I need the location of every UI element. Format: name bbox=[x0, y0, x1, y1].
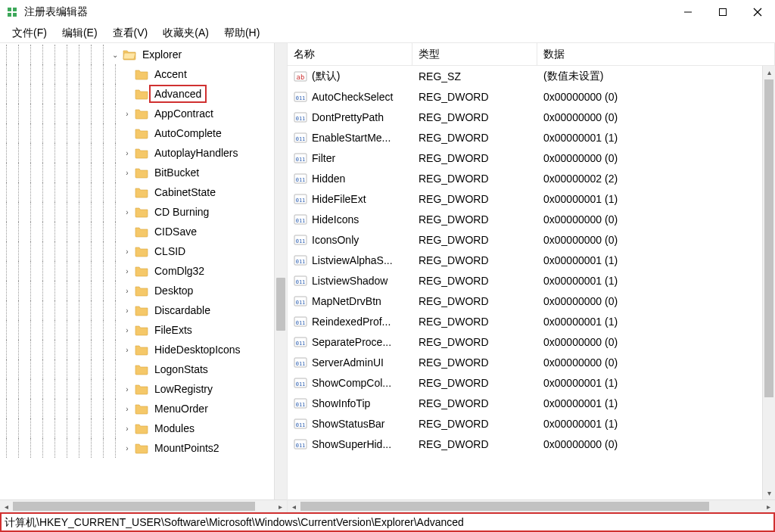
tree-item[interactable]: ›BitBucket bbox=[0, 163, 287, 182]
chevron-right-icon[interactable]: › bbox=[121, 304, 133, 316]
value-data: 0x00000000 (0) bbox=[537, 234, 762, 246]
scrollbar-thumb[interactable] bbox=[300, 502, 709, 511]
tree-item[interactable]: ›FileExts bbox=[0, 320, 287, 340]
scroll-right-icon[interactable]: ▸ bbox=[274, 500, 287, 513]
tree-vertical-scrollbar[interactable] bbox=[274, 43, 287, 499]
value-type: REG_DWORD bbox=[412, 111, 537, 123]
tree-item-label: AppContract bbox=[151, 107, 216, 120]
tree-item[interactable]: ›Discardable bbox=[0, 300, 287, 320]
chevron-right-icon[interactable]: › bbox=[121, 206, 133, 218]
column-header-data[interactable]: 数据 bbox=[537, 43, 775, 65]
list-row[interactable]: 011ReindexedProf...REG_DWORD0x00000001 (… bbox=[288, 311, 762, 331]
tree-item[interactable]: ›LowRegistry bbox=[0, 379, 287, 399]
chevron-right-icon[interactable]: › bbox=[121, 285, 133, 297]
tree-item[interactable]: ·Accent bbox=[0, 64, 287, 84]
scrollbar-thumb[interactable] bbox=[276, 278, 285, 331]
column-header-type[interactable]: 类型 bbox=[412, 43, 537, 65]
list-horizontal-scrollbar[interactable]: ◂ ▸ bbox=[288, 499, 775, 512]
binary-value-icon: 011 bbox=[294, 397, 307, 410]
binary-value-icon: 011 bbox=[294, 335, 307, 349]
list-view[interactable]: ab(默认)REG_SZ(数值未设置)011AutoCheckSelectREG… bbox=[288, 66, 775, 499]
close-button[interactable] bbox=[740, 0, 775, 24]
list-row[interactable]: 011SeparateProce...REG_DWORD0x00000000 (… bbox=[288, 331, 762, 352]
chevron-right-icon[interactable]: › bbox=[121, 403, 133, 415]
chevron-right-icon[interactable]: › bbox=[121, 442, 133, 454]
menu-edit[interactable]: 编辑(E) bbox=[56, 25, 104, 42]
tree-item[interactable]: ›Modules bbox=[0, 418, 287, 438]
list-row[interactable]: 011IconsOnlyREG_DWORD0x00000000 (0) bbox=[288, 229, 762, 250]
tree-item[interactable]: ›MountPoints2 bbox=[0, 438, 287, 458]
list-row[interactable]: 011AutoCheckSelectREG_DWORD0x00000000 (0… bbox=[288, 86, 762, 107]
chevron-right-icon[interactable]: › bbox=[121, 383, 133, 395]
folder-icon bbox=[135, 383, 148, 395]
scroll-up-icon[interactable]: ▴ bbox=[763, 66, 775, 79]
list-row[interactable]: 011ServerAdminUIREG_DWORD0x00000000 (0) bbox=[288, 352, 762, 372]
scrollbar-thumb[interactable] bbox=[764, 79, 773, 397]
list-row[interactable]: 011FilterREG_DWORD0x00000000 (0) bbox=[288, 148, 762, 168]
tree-view[interactable]: ⌄Explorer·Accent·Advanced›AppContract·Au… bbox=[0, 43, 287, 499]
list-row[interactable]: 011EnableStartMe...REG_DWORD0x00000001 (… bbox=[288, 127, 762, 148]
svg-text:011: 011 bbox=[296, 116, 306, 122]
value-data: 0x00000001 (1) bbox=[537, 254, 762, 266]
minimize-button[interactable] bbox=[671, 0, 705, 24]
value-name: ServerAdminUI bbox=[312, 356, 384, 369]
chevron-right-icon[interactable]: › bbox=[121, 107, 133, 120]
scroll-left-icon[interactable]: ◂ bbox=[0, 500, 13, 513]
tree-item[interactable]: ·LogonStats bbox=[0, 359, 287, 379]
column-header-name[interactable]: 名称 bbox=[288, 43, 412, 65]
list-vertical-scrollbar[interactable]: ▴ ▾ bbox=[762, 66, 775, 499]
chevron-right-icon[interactable]: › bbox=[121, 344, 133, 356]
tree-horizontal-scrollbar[interactable]: ◂ ▸ bbox=[0, 499, 287, 512]
value-name: HideIcons bbox=[312, 213, 359, 226]
tree-item-explorer[interactable]: ⌄Explorer bbox=[0, 45, 287, 64]
svg-text:011: 011 bbox=[296, 95, 306, 101]
value-data: 0x00000001 (1) bbox=[537, 418, 762, 430]
chevron-right-icon[interactable]: › bbox=[121, 245, 133, 257]
tree-item[interactable]: ›ComDlg32 bbox=[0, 261, 287, 281]
chevron-right-icon[interactable]: › bbox=[121, 265, 133, 277]
scrollbar-thumb[interactable] bbox=[13, 502, 255, 511]
tree-item[interactable]: ›MenuOrder bbox=[0, 399, 287, 418]
list-row[interactable]: 011DontPrettyPathREG_DWORD0x00000000 (0) bbox=[288, 107, 762, 127]
chevron-down-icon[interactable]: ⌄ bbox=[109, 48, 121, 61]
tree-item[interactable]: ›CD Burning bbox=[0, 202, 287, 222]
list-row[interactable]: ab(默认)REG_SZ(数值未设置) bbox=[288, 66, 762, 86]
list-row[interactable]: 011ListviewShadowREG_DWORD0x00000001 (1) bbox=[288, 270, 762, 291]
menu-view[interactable]: 查看(V) bbox=[107, 25, 154, 42]
chevron-right-icon[interactable]: › bbox=[121, 166, 133, 179]
list-row[interactable]: 011ShowSuperHid...REG_DWORD0x00000000 (0… bbox=[288, 434, 762, 454]
list-row[interactable]: 011HideIconsREG_DWORD0x00000000 (0) bbox=[288, 209, 762, 229]
menu-file[interactable]: 文件(F) bbox=[6, 25, 53, 42]
tree-item[interactable]: ·CabinetState bbox=[0, 182, 287, 202]
tree-item[interactable]: ›CLSID bbox=[0, 241, 287, 261]
list-row[interactable]: 011ShowStatusBarREG_DWORD0x00000001 (1) bbox=[288, 413, 762, 434]
value-data: 0x00000001 (1) bbox=[537, 132, 762, 144]
tree-item[interactable]: ›AutoplayHandlers bbox=[0, 143, 287, 163]
menu-help[interactable]: 帮助(H) bbox=[218, 25, 266, 42]
chevron-right-icon[interactable]: › bbox=[121, 147, 133, 159]
scroll-left-icon[interactable]: ◂ bbox=[288, 500, 300, 513]
value-data: 0x00000000 (0) bbox=[537, 111, 762, 123]
list-row[interactable]: 011HideFileExtREG_DWORD0x00000001 (1) bbox=[288, 188, 762, 209]
tree-item[interactable]: ·CIDSave bbox=[0, 222, 287, 241]
list-row[interactable]: 011MapNetDrvBtnREG_DWORD0x00000000 (0) bbox=[288, 291, 762, 311]
binary-value-icon: 011 bbox=[294, 131, 307, 145]
tree-item[interactable]: ›HideDesktopIcons bbox=[0, 340, 287, 359]
list-row[interactable]: 011ShowCompCol...REG_DWORD0x00000001 (1) bbox=[288, 372, 762, 393]
tree-item[interactable]: ›Desktop bbox=[0, 281, 287, 300]
chevron-right-icon[interactable]: › bbox=[121, 324, 133, 336]
binary-value-icon: 011 bbox=[294, 233, 307, 247]
list-row[interactable]: 011ListviewAlphaS...REG_DWORD0x00000001 … bbox=[288, 250, 762, 270]
scroll-down-icon[interactable]: ▾ bbox=[763, 487, 775, 499]
tree-item[interactable]: ›AppContract bbox=[0, 104, 287, 123]
menu-favorites[interactable]: 收藏夹(A) bbox=[157, 25, 215, 42]
chevron-right-icon[interactable]: › bbox=[121, 422, 133, 434]
list-row[interactable]: 011ShowInfoTipREG_DWORD0x00000001 (1) bbox=[288, 393, 762, 413]
window-controls bbox=[671, 0, 775, 24]
folder-icon bbox=[135, 363, 148, 375]
maximize-button[interactable] bbox=[705, 0, 740, 24]
list-row[interactable]: 011HiddenREG_DWORD0x00000002 (2) bbox=[288, 168, 762, 188]
scroll-right-icon[interactable]: ▸ bbox=[762, 500, 775, 513]
tree-item[interactable]: ·Advanced bbox=[0, 84, 287, 104]
tree-item[interactable]: ·AutoComplete bbox=[0, 123, 287, 143]
